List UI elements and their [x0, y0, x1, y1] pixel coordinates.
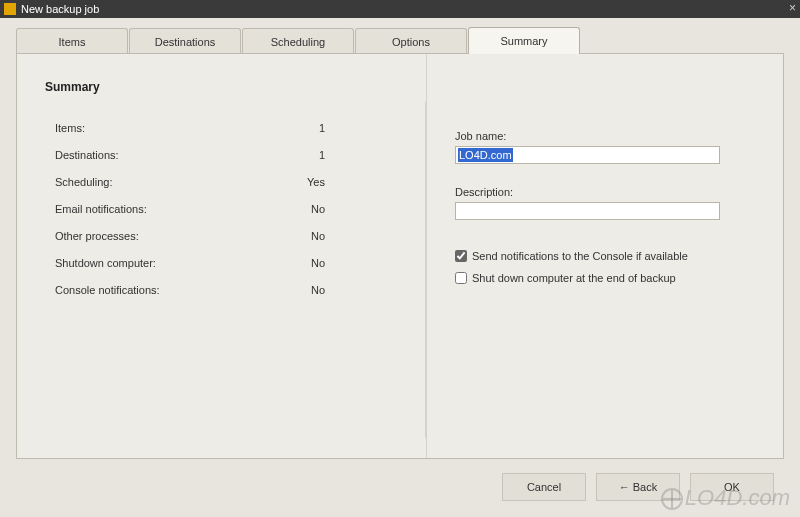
jobname-input[interactable] — [455, 146, 720, 164]
summary-label: Console notifications: — [55, 284, 160, 296]
summary-value: No — [285, 257, 325, 269]
summary-value: 1 — [285, 149, 325, 161]
window-title: New backup job — [21, 3, 99, 15]
arrow-left-icon — [619, 481, 630, 493]
description-label: Description: — [455, 186, 755, 198]
jobname-label: Job name: — [455, 130, 755, 142]
tab-summary[interactable]: Summary — [468, 27, 580, 54]
button-label: Cancel — [527, 481, 561, 493]
summary-row-shutdown: Shutdown computer: No — [55, 257, 325, 269]
summary-row-email: Email notifications: No — [55, 203, 325, 215]
button-label: Back — [633, 481, 657, 493]
summary-row-items: Items: 1 — [55, 122, 325, 134]
summary-row-console: Console notifications: No — [55, 284, 325, 296]
titlebar: New backup job × — [0, 0, 800, 18]
summary-label: Items: — [55, 122, 85, 134]
tab-label: Destinations — [155, 36, 216, 48]
summary-value: No — [285, 230, 325, 242]
button-label: OK — [724, 481, 740, 493]
close-icon[interactable]: × — [789, 2, 796, 14]
tab-label: Scheduling — [271, 36, 325, 48]
summary-value: No — [285, 203, 325, 215]
content-area: Items Destinations Scheduling Options Su… — [0, 18, 800, 476]
summary-heading: Summary — [45, 80, 408, 94]
tab-panel-summary: Summary Items: 1 Destinations: 1 Schedul… — [16, 53, 784, 459]
form-pane: Job name: LO4D.com Description: Send not… — [427, 54, 783, 458]
summary-value: 1 — [285, 122, 325, 134]
checkbox-console-notify[interactable] — [455, 250, 467, 262]
summary-value: No — [285, 284, 325, 296]
checkbox-shutdown[interactable] — [455, 272, 467, 284]
back-button[interactable]: Back — [596, 473, 680, 501]
summary-label: Email notifications: — [55, 203, 147, 215]
description-input[interactable] — [455, 202, 720, 220]
summary-value: Yes — [285, 176, 325, 188]
summary-label: Shutdown computer: — [55, 257, 156, 269]
summary-table: Items: 1 Destinations: 1 Scheduling: Yes… — [55, 122, 325, 296]
checkbox-shutdown-row: Shut down computer at the end of backup — [455, 272, 755, 284]
summary-row-destinations: Destinations: 1 — [55, 149, 325, 161]
tab-scheduling[interactable]: Scheduling — [242, 28, 354, 54]
jobname-group: Job name: LO4D.com — [455, 130, 755, 164]
cancel-button[interactable]: Cancel — [502, 473, 586, 501]
tabs-row: Items Destinations Scheduling Options Su… — [16, 26, 798, 54]
summary-label: Other processes: — [55, 230, 139, 242]
description-group: Description: — [455, 186, 755, 220]
summary-row-scheduling: Scheduling: Yes — [55, 176, 325, 188]
summary-pane: Summary Items: 1 Destinations: 1 Schedul… — [17, 54, 427, 458]
summary-label: Scheduling: — [55, 176, 113, 188]
tab-items[interactable]: Items — [16, 28, 128, 54]
tab-options[interactable]: Options — [355, 28, 467, 54]
checkbox-label: Send notifications to the Console if ava… — [472, 250, 688, 262]
ok-button[interactable]: OK — [690, 473, 774, 501]
button-bar: Cancel Back OK — [502, 473, 774, 501]
app-icon — [4, 3, 16, 15]
checkbox-console-notify-row: Send notifications to the Console if ava… — [455, 250, 755, 262]
tab-destinations[interactable]: Destinations — [129, 28, 241, 54]
tab-label: Options — [392, 36, 430, 48]
tab-label: Summary — [500, 35, 547, 47]
checkbox-label: Shut down computer at the end of backup — [472, 272, 676, 284]
summary-label: Destinations: — [55, 149, 119, 161]
tab-label: Items — [59, 36, 86, 48]
summary-row-other-processes: Other processes: No — [55, 230, 325, 242]
